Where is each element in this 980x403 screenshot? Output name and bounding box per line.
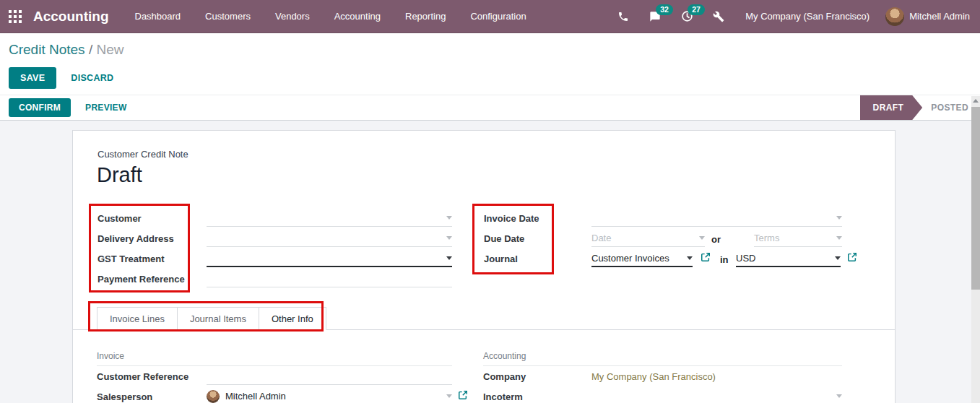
apps-grid-icon[interactable]: [9, 10, 22, 23]
journal-external-link-icon[interactable]: [701, 252, 711, 262]
customer-reference-input[interactable]: [207, 368, 452, 385]
control-panel: Credit Notes / New SAVE DISCARD: [0, 33, 980, 95]
user-avatar: [885, 7, 904, 26]
due-date-input[interactable]: Date: [591, 230, 705, 247]
delivery-address-input[interactable]: [207, 230, 452, 247]
salesperson-input[interactable]: Mitchell Admin: [207, 388, 452, 403]
state-posted[interactable]: POSTED: [931, 103, 968, 113]
vertical-scrollbar[interactable]: [971, 96, 980, 403]
currency-select[interactable]: USD: [736, 250, 841, 267]
gst-treatment-label: GST Treatment: [97, 254, 164, 264]
doc-type-label: Customer Credit Note: [97, 149, 188, 160]
invoice-date-input[interactable]: [591, 209, 842, 227]
caret-down-icon: [687, 256, 693, 260]
doc-title: Draft: [97, 163, 142, 187]
screen: Accounting Dashboard Customers Vendors A…: [0, 0, 980, 403]
messages-count-badge: 32: [656, 4, 673, 16]
activities-icon[interactable]: 27: [679, 9, 695, 24]
payment-reference-label: Payment Reference: [97, 274, 185, 285]
customer-input[interactable]: [207, 209, 452, 227]
nav-item-customers[interactable]: Customers: [204, 8, 252, 25]
salesperson-label: Salesperson: [97, 391, 152, 402]
caret-down-icon: [446, 216, 452, 220]
caret-down-icon: [446, 256, 452, 260]
control-panel-buttons: SAVE DISCARD: [9, 67, 970, 89]
content-area: Customer Credit Note Draft Customer Deli…: [0, 121, 980, 403]
notebook-tabs: Invoice Lines Journal Items Other Info: [97, 307, 326, 330]
caret-down-icon: [699, 236, 705, 240]
salesperson-avatar: [207, 390, 220, 403]
caret-down-icon: [836, 216, 842, 220]
caret-down-icon: [836, 394, 842, 398]
payment-reference-input[interactable]: [207, 270, 452, 287]
tab-journal-items[interactable]: Journal Items: [177, 307, 259, 330]
delivery-address-label: Delivery Address: [97, 233, 174, 244]
tab-other-info[interactable]: Other Info: [259, 307, 326, 330]
incoterm-label: Incoterm: [483, 391, 523, 402]
terms-placeholder: Terms: [754, 233, 779, 243]
scrollbar-thumb[interactable]: [971, 107, 980, 290]
user-menu[interactable]: Mitchell Admin: [885, 7, 970, 26]
messages-icon[interactable]: 32: [647, 9, 663, 24]
nav-item-configuration[interactable]: Configuration: [469, 8, 527, 25]
tab-invoice-lines[interactable]: Invoice Lines: [97, 307, 178, 330]
credit-note-form: Customer Credit Note Draft Customer Deli…: [72, 130, 896, 403]
breadcrumb-current: New: [96, 42, 123, 57]
due-date-label: Due Date: [484, 233, 524, 244]
scrollbar-up-icon[interactable]: [973, 99, 979, 103]
journal-select[interactable]: Customer Invoices: [591, 250, 693, 267]
top-nav: Accounting Dashboard Customers Vendors A…: [0, 0, 980, 33]
invoice-section-title: Invoice: [97, 351, 452, 366]
invoice-date-label: Invoice Date: [484, 213, 539, 224]
journal-value: Customer Invoices: [591, 253, 669, 264]
caret-down-icon: [835, 256, 841, 260]
breadcrumb: Credit Notes / New: [9, 42, 970, 58]
state-draft[interactable]: DRAFT: [860, 95, 923, 120]
payment-terms-input[interactable]: Terms: [754, 230, 842, 247]
preview-button[interactable]: PREVIEW: [85, 103, 126, 113]
customer-label: Customer: [97, 213, 142, 224]
customer-reference-label: Customer Reference: [97, 371, 188, 382]
caret-down-icon: [836, 236, 842, 240]
nav-item-dashboard[interactable]: Dashboard: [134, 8, 183, 25]
nav-item-vendors[interactable]: Vendors: [274, 8, 311, 25]
in-label: in: [720, 254, 729, 265]
save-button[interactable]: SAVE: [9, 67, 56, 89]
discard-button[interactable]: DISCARD: [71, 73, 113, 83]
currency-value: USD: [736, 253, 755, 264]
accounting-section-title: Accounting: [483, 351, 842, 366]
phone-icon[interactable]: [615, 9, 631, 24]
state-group: DRAFT POSTED: [860, 95, 968, 120]
incoterm-input[interactable]: [591, 388, 842, 403]
app-name[interactable]: Accounting: [33, 9, 109, 25]
journal-label: Journal: [484, 254, 518, 264]
salesperson-external-link-icon[interactable]: [458, 390, 468, 400]
nav-item-accounting[interactable]: Accounting: [333, 8, 382, 25]
caret-down-icon: [446, 236, 452, 240]
user-name: Mitchell Admin: [909, 11, 970, 22]
form-statusbar: CONFIRM PREVIEW DRAFT POSTED: [0, 95, 980, 121]
salesperson-value: Mitchell Admin: [225, 391, 442, 402]
breadcrumb-credit-notes[interactable]: Credit Notes: [9, 42, 85, 57]
currency-external-link-icon[interactable]: [847, 252, 857, 262]
confirm-button[interactable]: CONFIRM: [9, 98, 71, 117]
gst-treatment-select[interactable]: [207, 250, 452, 267]
company-switcher[interactable]: My Company (San Francisco): [745, 11, 870, 22]
company-value[interactable]: My Company (San Francisco): [591, 371, 716, 382]
nav-item-reporting[interactable]: Reporting: [404, 8, 447, 25]
nav-right: 32 27 My Company (San Francisco) Mitchel…: [615, 7, 970, 26]
due-date-placeholder: Date: [591, 233, 611, 243]
or-label: or: [711, 234, 721, 245]
breadcrumb-separator: /: [89, 42, 92, 57]
caret-down-icon: [446, 394, 452, 398]
main-menu: Dashboard Customers Vendors Accounting R…: [134, 8, 528, 25]
tools-icon[interactable]: [711, 9, 727, 24]
activities-count-badge: 27: [688, 4, 705, 16]
company-label: Company: [483, 371, 526, 382]
